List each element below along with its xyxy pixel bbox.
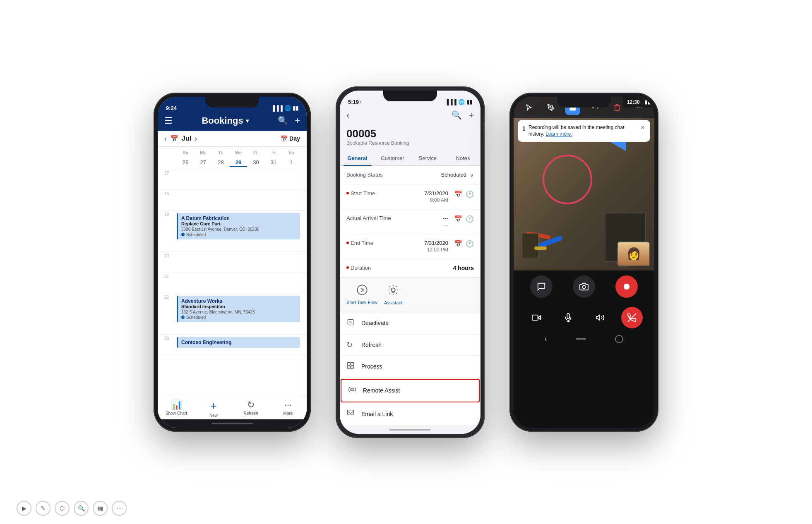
home-indicator-1 bbox=[211, 423, 253, 424]
tab-customer[interactable]: Customer bbox=[375, 151, 410, 165]
nav-show-chart[interactable]: 📊 Show Chart bbox=[158, 400, 195, 418]
cal-forward-icon[interactable]: › bbox=[195, 134, 197, 143]
tab-general[interactable]: General bbox=[340, 151, 375, 165]
date-30[interactable]: 30 bbox=[247, 158, 265, 167]
calendar-nav: ‹ 📅 Jul › 📅 Day bbox=[158, 131, 307, 147]
end-date-value: 7/31/2020 bbox=[424, 240, 448, 246]
wifi-icon-2: 🌐 bbox=[458, 99, 465, 105]
menu-refresh[interactable]: ↻ Refresh bbox=[340, 335, 480, 356]
tab-service[interactable]: Service bbox=[410, 151, 445, 165]
date-28[interactable]: 28 bbox=[212, 158, 230, 167]
menu-email-link[interactable]: Email a Link bbox=[340, 403, 480, 426]
date-26[interactable]: 26 bbox=[177, 158, 195, 167]
bottom-play-icon[interactable]: ▶ bbox=[17, 501, 31, 516]
date-29-selected[interactable]: 29 bbox=[230, 158, 247, 167]
bottom-edit-icon[interactable]: ✎ bbox=[36, 501, 50, 516]
bottom-toolbar: ▶ ✎ ⬡ 🔍 ▦ ··· bbox=[17, 501, 127, 516]
start-date-value: 7/31/2020 bbox=[424, 190, 448, 196]
svg-point-12 bbox=[582, 285, 585, 288]
start-calendar-icon[interactable]: 📅 bbox=[454, 190, 462, 198]
status-icons-1: ▐▐▐ 🌐 ▮▮ bbox=[271, 105, 298, 111]
phone-remote-assist-screen: ··· ℹ Recording will be saved in the mee… bbox=[514, 97, 654, 428]
bottom-search-icon[interactable]: 🔍 bbox=[74, 501, 89, 516]
status-dot-2 bbox=[181, 316, 185, 319]
nav-refresh[interactable]: ↻ Refresh bbox=[232, 400, 269, 418]
time-row-20: 20 bbox=[158, 252, 307, 273]
svg-rect-7 bbox=[351, 366, 354, 368]
record-btn[interactable] bbox=[615, 275, 638, 298]
svg-rect-9 bbox=[348, 410, 354, 415]
call-controls bbox=[514, 303, 654, 332]
time-content-20 bbox=[177, 252, 300, 272]
weekday-we: We bbox=[230, 148, 247, 157]
add-icon-2[interactable]: + bbox=[468, 110, 474, 121]
date-1[interactable]: 1 bbox=[282, 158, 300, 167]
camera-flip-btn[interactable] bbox=[573, 275, 595, 298]
speaker-btn[interactable] bbox=[589, 307, 611, 328]
start-task-flow-btn[interactable]: Start Task Flow bbox=[346, 284, 377, 305]
end-time-value-row: 7/31/2020 12:00 PM 📅 🕐 bbox=[424, 240, 474, 253]
search-icon-2[interactable]: 🔍 bbox=[452, 110, 462, 121]
tab-notes[interactable]: Notes bbox=[445, 151, 480, 165]
notif-close-icon[interactable]: ✕ bbox=[640, 124, 645, 131]
arrival-calendar-icon[interactable]: 📅 bbox=[454, 215, 462, 223]
bottom-more-icon[interactable]: ··· bbox=[112, 501, 127, 516]
add-icon-1[interactable]: + bbox=[295, 115, 300, 126]
notif-learn-more-link[interactable]: Learn more. bbox=[545, 131, 572, 137]
bottom-shape-icon[interactable]: ⬡ bbox=[55, 501, 70, 516]
more-icon: ··· bbox=[284, 400, 292, 410]
toolbar-pen-btn[interactable] bbox=[543, 100, 558, 115]
refresh-menu-icon: ↻ bbox=[346, 340, 356, 349]
toolbar-delete-btn[interactable] bbox=[610, 100, 625, 115]
time-label-18: 18 bbox=[164, 190, 177, 210]
end-calendar-icon[interactable]: 📅 bbox=[454, 240, 462, 248]
booking-card-contoso[interactable]: Contoso Engineering bbox=[177, 337, 300, 348]
svg-rect-6 bbox=[348, 366, 351, 368]
arrival-clock-icon[interactable]: 🕐 bbox=[466, 215, 474, 223]
start-clock-icon[interactable]: 🕐 bbox=[466, 190, 474, 198]
end-clock-icon[interactable]: 🕐 bbox=[466, 240, 474, 248]
svg-point-8 bbox=[351, 388, 353, 390]
booking-card-adventure[interactable]: Adventure Works Standard Inspection 162 … bbox=[177, 296, 300, 322]
scene: 9:24 ▐▐▐ 🌐 ▮▮ ☰ Bookings ▾ 🔍 + bbox=[0, 0, 812, 524]
date-31[interactable]: 31 bbox=[265, 158, 283, 167]
toolbar-pointer-btn[interactable] bbox=[521, 100, 536, 115]
cal-back-icon[interactable]: ‹ bbox=[164, 134, 167, 143]
nav-more[interactable]: ··· More bbox=[269, 400, 307, 418]
cal-view-day[interactable]: 📅 Day bbox=[281, 135, 300, 142]
android-back-btn[interactable]: ‹ bbox=[545, 335, 547, 343]
chat-btn[interactable] bbox=[530, 275, 553, 298]
booking-card-datum[interactable]: A Datum Fabrication Replace Core Part 30… bbox=[177, 213, 300, 239]
end-required-dot bbox=[346, 242, 349, 244]
end-call-btn[interactable] bbox=[621, 307, 643, 328]
date-27[interactable]: 27 bbox=[195, 158, 212, 167]
menu-remote-assist[interactable]: Remote Assist bbox=[341, 379, 480, 402]
android-home-indicator[interactable] bbox=[576, 338, 586, 340]
booking-status-dropdown[interactable]: ∨ bbox=[470, 172, 474, 178]
nav-new[interactable]: + New bbox=[195, 400, 232, 418]
cal-calendar-icon: 📅 bbox=[170, 135, 178, 143]
video-call-btn[interactable] bbox=[526, 307, 547, 328]
android-recents-btn[interactable] bbox=[615, 335, 623, 343]
back-button[interactable]: ‹ bbox=[346, 110, 349, 121]
duration-label: Duration bbox=[346, 265, 404, 271]
search-icon-1[interactable]: 🔍 bbox=[278, 115, 288, 126]
menu-deactivate[interactable]: Deactivate bbox=[340, 312, 480, 335]
mute-btn[interactable] bbox=[557, 307, 579, 328]
signal-icon-1: ▐▐▐ bbox=[271, 105, 283, 111]
wifi-icon-1: 🌐 bbox=[284, 105, 291, 111]
start-time-label: Start Time bbox=[346, 190, 404, 196]
notch-2 bbox=[383, 91, 437, 101]
action-buttons: Start Task Flow Assistant bbox=[340, 277, 480, 312]
pip-video-thumbnail: 👩 bbox=[617, 242, 650, 266]
menu-icon[interactable]: ☰ bbox=[164, 115, 173, 126]
menu-process[interactable]: Process bbox=[340, 356, 480, 378]
assistant-btn[interactable]: Assistant bbox=[384, 284, 403, 305]
bottom-grid-icon[interactable]: ▦ bbox=[93, 501, 108, 516]
deactivate-icon bbox=[346, 318, 356, 328]
booking-company-datum: A Datum Fabrication bbox=[181, 215, 297, 221]
time-label-23: 23 bbox=[164, 335, 177, 355]
field-start-time: Start Time 7/31/2020 8:00 AM 📅 🕐 bbox=[340, 184, 480, 209]
notch-3 bbox=[557, 97, 611, 108]
booking-status-datum: Scheduled bbox=[181, 232, 297, 237]
